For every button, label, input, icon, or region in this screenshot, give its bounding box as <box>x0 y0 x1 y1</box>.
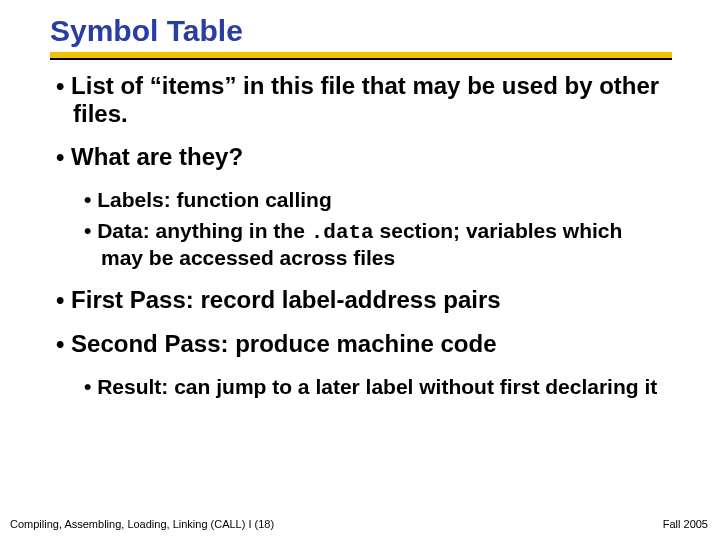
bullet-what-are-they: What are they? <box>56 143 666 171</box>
title-underline <box>50 58 672 60</box>
subbullet-data-code: .data <box>311 221 374 244</box>
subbullet-data: Data: anything in the .data section; var… <box>84 218 666 270</box>
bullet-group-second-pass: Second Pass: produce machine code Result… <box>56 330 666 399</box>
slide: Symbol Table List of “items” in this fil… <box>0 0 720 540</box>
slide-title: Symbol Table <box>50 14 243 48</box>
bullet-first-pass: First Pass: record label-address pairs <box>56 286 666 314</box>
footer-right: Fall 2005 <box>663 518 708 530</box>
subbullet-data-text-a: Data: anything in the <box>97 219 311 242</box>
bullet-group-what: What are they? Labels: function calling … <box>56 143 666 270</box>
bullet-second-pass: Second Pass: produce machine code <box>56 330 666 358</box>
slide-content: List of “items” in this file that may be… <box>56 72 666 405</box>
subbullet-result: Result: can jump to a later label withou… <box>84 374 666 399</box>
subbullet-labels: Labels: function calling <box>84 187 666 212</box>
bullet-items-list: List of “items” in this file that may be… <box>56 72 666 127</box>
footer-left: Compiling, Assembling, Loading, Linking … <box>10 518 274 530</box>
